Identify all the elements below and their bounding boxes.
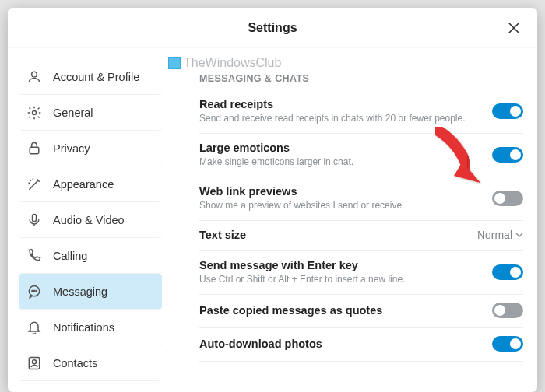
- settings-body: Account & Profile General Privacy Appear…: [8, 48, 537, 392]
- row-title: Paste copied messages as quotes: [199, 304, 492, 317]
- toggle-paste-quotes[interactable]: [492, 303, 523, 318]
- contacts-icon: [26, 355, 42, 371]
- content-panel: TheWindowsClub MESSAGING & CHATS Read re…: [168, 48, 537, 392]
- row-subtitle: Use Ctrl or Shift or Alt + Enter to inse…: [199, 274, 492, 285]
- svg-point-5: [32, 290, 33, 291]
- sidebar-item-messaging[interactable]: Messaging: [19, 274, 162, 310]
- sidebar-item-label: Privacy: [53, 142, 90, 155]
- sidebar-item-account[interactable]: Account & Profile: [19, 59, 162, 95]
- sidebar-item-appearance[interactable]: Appearance: [19, 166, 162, 202]
- row-large-emoticons: Large emoticons Make single emoticons la…: [199, 134, 523, 177]
- sidebar-item-label: Calling: [53, 250, 87, 262]
- row-label-block: Web link previews Show me a preview of w…: [199, 185, 492, 211]
- svg-point-0: [32, 72, 37, 77]
- toggle-auto-download[interactable]: [492, 336, 523, 352]
- settings-header: Settings: [8, 8, 537, 48]
- row-subtitle: Send and receive read receipts in chats …: [199, 113, 492, 124]
- row-label-block: Large emoticons Make single emoticons la…: [199, 142, 492, 167]
- section-title: MESSAGING & CHATS: [199, 73, 523, 84]
- svg-point-9: [33, 359, 37, 363]
- row-label-block: Paste copied messages as quotes: [199, 304, 492, 317]
- sidebar-item-audio-video[interactable]: Audio & Video: [19, 202, 162, 238]
- chevron-down-icon: [515, 231, 523, 239]
- gear-icon: [26, 105, 42, 121]
- text-size-select[interactable]: Normal: [477, 229, 523, 241]
- svg-rect-8: [29, 357, 39, 369]
- user-icon: [26, 69, 42, 85]
- row-label-block: Send message with Enter key Use Ctrl or …: [199, 259, 492, 285]
- settings-title: Settings: [248, 21, 297, 35]
- row-read-receipts: Read receipts Send and receive read rece…: [199, 90, 523, 134]
- row-label-block: Text size: [199, 229, 477, 241]
- row-title: Send message with Enter key: [199, 259, 492, 271]
- lock-icon: [26, 141, 42, 156]
- sidebar: Account & Profile General Privacy Appear…: [8, 48, 168, 392]
- sidebar-item-label: Contacts: [53, 357, 97, 369]
- sidebar-item-label: Account & Profile: [53, 71, 139, 83]
- row-auto-download: Auto-download photos: [199, 328, 523, 362]
- chat-icon: [26, 284, 42, 299]
- bell-icon: [26, 320, 42, 335]
- sidebar-item-label: Messaging: [53, 285, 107, 298]
- phone-icon: [26, 248, 42, 264]
- sidebar-item-notifications[interactable]: Notifications: [19, 310, 162, 345]
- sidebar-item-label: Audio & Video: [53, 214, 125, 226]
- svg-rect-2: [30, 147, 39, 153]
- row-title: Large emoticons: [199, 142, 492, 154]
- sidebar-item-label: General: [53, 107, 93, 119]
- row-title: Auto-download photos: [199, 338, 492, 350]
- watermark-logo-icon: [168, 57, 181, 69]
- sidebar-item-contacts[interactable]: Contacts: [19, 345, 162, 381]
- toggle-web-link-previews[interactable]: [492, 191, 523, 206]
- wand-icon: [26, 177, 42, 192]
- toggle-read-receipts[interactable]: [492, 103, 523, 119]
- row-title: Text size: [199, 229, 477, 241]
- row-title: Read receipts: [199, 98, 492, 110]
- sidebar-item-privacy[interactable]: Privacy: [19, 131, 162, 166]
- row-subtitle: Make single emoticons larger in chat.: [199, 156, 492, 167]
- row-label-block: Auto-download photos: [199, 338, 492, 350]
- close-icon: [508, 22, 520, 34]
- row-web-link-previews: Web link previews Show me a preview of w…: [199, 177, 523, 221]
- svg-point-6: [33, 290, 34, 291]
- toggle-send-with-enter[interactable]: [492, 264, 523, 280]
- svg-rect-3: [33, 214, 37, 221]
- svg-point-7: [36, 290, 37, 291]
- sidebar-item-calling[interactable]: Calling: [19, 238, 162, 274]
- row-label-block: Read receipts Send and receive read rece…: [199, 98, 492, 124]
- svg-point-1: [33, 110, 37, 114]
- row-subtitle: Show me a preview of websites I send or …: [199, 200, 492, 211]
- close-button[interactable]: [503, 17, 525, 39]
- row-title: Web link previews: [199, 185, 492, 198]
- text-size-value: Normal: [477, 229, 512, 241]
- sidebar-item-general[interactable]: General: [19, 95, 162, 131]
- row-text-size: Text size Normal: [199, 221, 523, 251]
- sidebar-item-label: Notifications: [53, 321, 114, 334]
- settings-window: Settings Account & Profile General: [8, 8, 537, 392]
- watermark-text: TheWindowsClub: [184, 56, 281, 70]
- toggle-large-emoticons[interactable]: [492, 147, 523, 163]
- row-send-with-enter: Send message with Enter key Use Ctrl or …: [199, 251, 523, 295]
- row-paste-quotes: Paste copied messages as quotes: [199, 295, 523, 328]
- watermark: TheWindowsClub: [168, 56, 281, 70]
- sidebar-item-label: Appearance: [53, 178, 114, 191]
- microphone-icon: [26, 212, 42, 228]
